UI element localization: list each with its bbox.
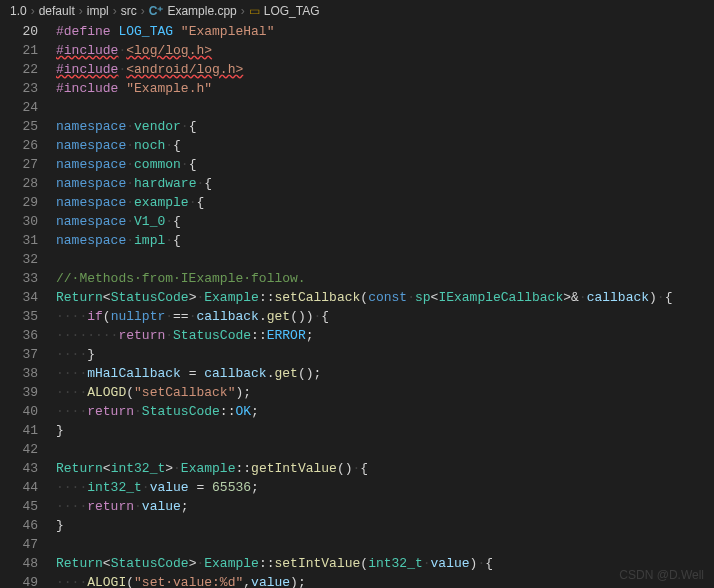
code-line[interactable]: namespace·noch·{ <box>56 136 714 155</box>
code-editor[interactable]: 2021222324252627282930313233343536373839… <box>0 22 714 588</box>
code-line[interactable] <box>56 98 714 117</box>
breadcrumb[interactable]: 1.0 › default › impl › src › C⁺ Example.… <box>0 0 714 22</box>
line-number[interactable]: 34 <box>0 288 38 307</box>
code-line[interactable]: //·Methods·from·IExample·follow. <box>56 269 714 288</box>
code-line[interactable]: namespace·impl·{ <box>56 231 714 250</box>
line-number[interactable]: 32 <box>0 250 38 269</box>
line-number[interactable]: 43 <box>0 459 38 478</box>
line-number[interactable]: 38 <box>0 364 38 383</box>
code-line[interactable]: Return<StatusCode>·Example::setIntValue(… <box>56 554 714 573</box>
code-line[interactable]: namespace·example·{ <box>56 193 714 212</box>
line-number[interactable]: 20 <box>0 22 38 41</box>
line-number[interactable]: 28 <box>0 174 38 193</box>
line-number[interactable]: 23 <box>0 79 38 98</box>
code-line[interactable]: Return<int32_t>·Example::getIntValue()·{ <box>56 459 714 478</box>
code-line[interactable]: } <box>56 516 714 535</box>
line-number[interactable]: 36 <box>0 326 38 345</box>
code-line[interactable]: ····if(nullptr·==·callback.get())·{ <box>56 307 714 326</box>
chevron-right-icon: › <box>241 4 245 18</box>
line-number[interactable]: 48 <box>0 554 38 573</box>
code-line[interactable]: ····} <box>56 345 714 364</box>
breadcrumb-symbol[interactable]: LOG_TAG <box>264 4 320 18</box>
line-number[interactable]: 40 <box>0 402 38 421</box>
line-number[interactable]: 47 <box>0 535 38 554</box>
code-line[interactable]: namespace·vendor·{ <box>56 117 714 136</box>
breadcrumb-item[interactable]: impl <box>87 4 109 18</box>
code-line[interactable] <box>56 535 714 554</box>
line-number[interactable]: 49 <box>0 573 38 588</box>
code-line[interactable]: #include·<android/log.h> <box>56 60 714 79</box>
code-line[interactable]: } <box>56 421 714 440</box>
line-number[interactable]: 42 <box>0 440 38 459</box>
code-line[interactable]: #define LOG_TAG "ExampleHal" <box>56 22 714 41</box>
line-number[interactable]: 29 <box>0 193 38 212</box>
line-number[interactable]: 26 <box>0 136 38 155</box>
line-number[interactable]: 45 <box>0 497 38 516</box>
cpp-file-icon: C⁺ <box>149 4 164 18</box>
line-number[interactable]: 27 <box>0 155 38 174</box>
code-line[interactable]: ····return·value; <box>56 497 714 516</box>
line-number[interactable]: 33 <box>0 269 38 288</box>
line-number[interactable]: 31 <box>0 231 38 250</box>
breadcrumb-file[interactable]: Example.cpp <box>167 4 236 18</box>
line-number[interactable]: 25 <box>0 117 38 136</box>
line-number[interactable]: 35 <box>0 307 38 326</box>
line-number[interactable]: 41 <box>0 421 38 440</box>
line-number[interactable]: 37 <box>0 345 38 364</box>
code-line[interactable]: namespace·common·{ <box>56 155 714 174</box>
code-line[interactable]: namespace·hardware·{ <box>56 174 714 193</box>
symbol-constant-icon: ▭ <box>249 4 260 18</box>
code-line[interactable]: ····int32_t·value = 65536; <box>56 478 714 497</box>
code-line[interactable]: ········return·StatusCode::ERROR; <box>56 326 714 345</box>
breadcrumb-item[interactable]: default <box>39 4 75 18</box>
line-number[interactable]: 22 <box>0 60 38 79</box>
line-number[interactable]: 21 <box>0 41 38 60</box>
chevron-right-icon: › <box>79 4 83 18</box>
line-number[interactable]: 30 <box>0 212 38 231</box>
code-line[interactable]: ····return·StatusCode::OK; <box>56 402 714 421</box>
code-line[interactable]: #include "Example.h" <box>56 79 714 98</box>
code-line[interactable] <box>56 440 714 459</box>
breadcrumb-item[interactable]: 1.0 <box>10 4 27 18</box>
chevron-right-icon: › <box>141 4 145 18</box>
line-number[interactable]: 44 <box>0 478 38 497</box>
watermark: CSDN @D.Well <box>619 568 704 582</box>
code-line[interactable]: ····ALOGI("set·value:%d",value); <box>56 573 714 588</box>
code-line[interactable]: ····mHalCallback = callback.get(); <box>56 364 714 383</box>
code-area[interactable]: #define LOG_TAG "ExampleHal"#include·<lo… <box>56 22 714 588</box>
code-line[interactable]: Return<StatusCode>·Example::setCallback(… <box>56 288 714 307</box>
line-number[interactable]: 46 <box>0 516 38 535</box>
line-number-gutter[interactable]: 2021222324252627282930313233343536373839… <box>0 22 56 588</box>
code-line[interactable]: namespace·V1_0·{ <box>56 212 714 231</box>
code-line[interactable] <box>56 250 714 269</box>
chevron-right-icon: › <box>31 4 35 18</box>
code-line[interactable]: ····ALOGD("setCallback"); <box>56 383 714 402</box>
breadcrumb-item[interactable]: src <box>121 4 137 18</box>
chevron-right-icon: › <box>113 4 117 18</box>
line-number[interactable]: 39 <box>0 383 38 402</box>
code-line[interactable]: #include·<log/log.h> <box>56 41 714 60</box>
line-number[interactable]: 24 <box>0 98 38 117</box>
